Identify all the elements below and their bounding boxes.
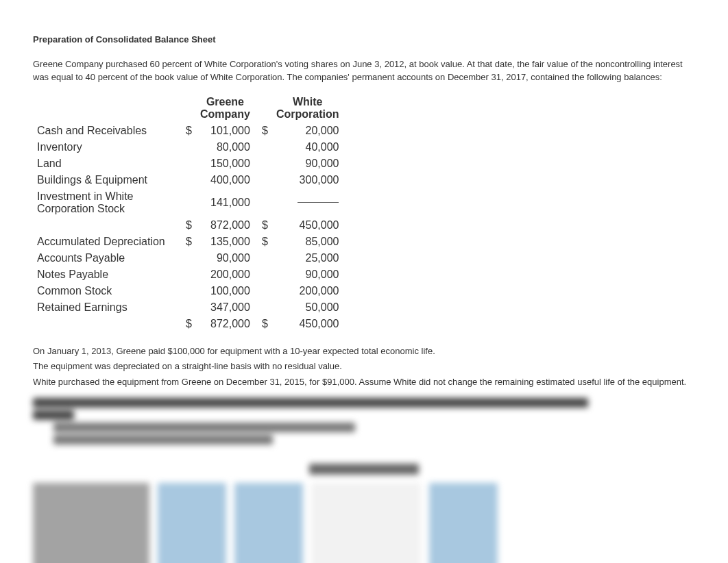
table-row: Accumulated Depreciation $ 135,000 $ 85,… — [33, 234, 343, 250]
note-line: On January 1, 2013, Greene paid $100,000… — [33, 345, 695, 358]
table-row: Buildings & Equipment 400,000 300,000 — [33, 172, 343, 188]
table-row: Retained Earnings 347,000 50,000 — [33, 299, 343, 316]
total-row: $ 872,000 $ 450,000 — [33, 316, 343, 332]
note-line: White purchased the equipment from Green… — [33, 375, 695, 389]
table-row: Accounts Payable 90,000 25,000 — [33, 250, 343, 266]
balance-table: Greene Company White Corporation Cash an… — [33, 94, 343, 332]
obscured-content — [33, 398, 695, 563]
col-header-white: White Corporation — [272, 94, 343, 123]
table-row: Land 150,000 90,000 — [33, 155, 343, 172]
table-row: Notes Payable 200,000 90,000 — [33, 266, 343, 283]
table-row: Inventory 80,000 40,000 — [33, 139, 343, 155]
table-row: Cash and Receivables $ 101,000 $ 20,000 — [33, 123, 343, 139]
intro-paragraph: Greene Company purchased 60 percent of W… — [33, 58, 695, 84]
col-header-greene: Greene Company — [196, 94, 254, 123]
blank-line — [298, 202, 339, 203]
table-row: Common Stock 100,000 200,000 — [33, 283, 343, 299]
note-line: The equipment was depreciated on a strai… — [33, 360, 695, 373]
section-heading: Preparation of Consolidated Balance Shee… — [33, 33, 695, 47]
subtotal-row: $ 872,000 $ 450,000 — [33, 217, 343, 234]
investment-row: Investment in White Corporation Stock 14… — [33, 188, 343, 217]
notes-block: On January 1, 2013, Greene paid $100,000… — [33, 345, 695, 389]
